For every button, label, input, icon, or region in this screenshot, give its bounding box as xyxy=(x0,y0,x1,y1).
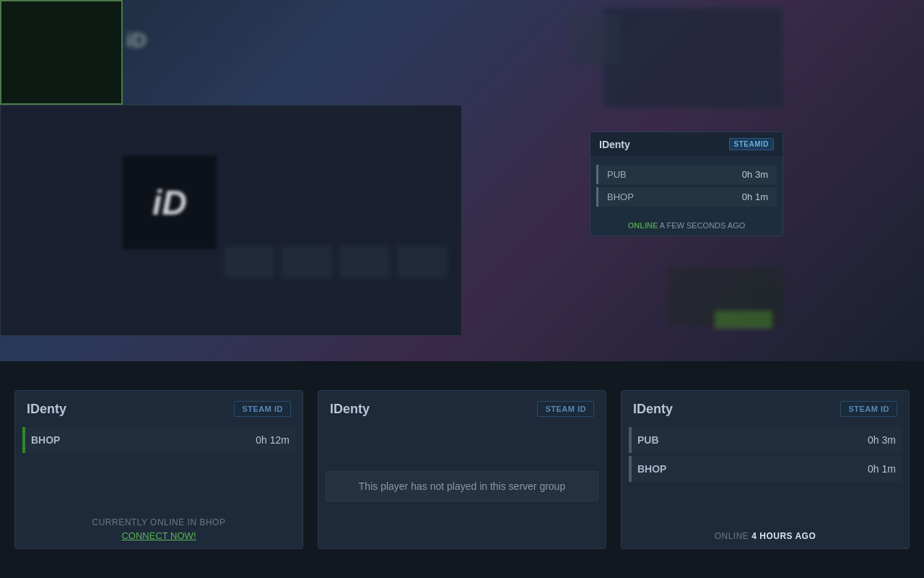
card-3-pub-value: 0h 3m xyxy=(868,434,896,446)
bottom-section: IDenty STEAM ID BHOP 0h 12m CURRENTLY ON… xyxy=(0,361,924,578)
card-empty: IDenty STEAM ID This player has not play… xyxy=(318,390,606,549)
card-3-stat-bhop: BHOP 0h 1m xyxy=(629,456,902,482)
card-2-steamid-button[interactable]: STEAM ID xyxy=(537,401,594,417)
popup-pub-label: PUB xyxy=(607,169,627,180)
popup-body: PUB 0h 3m BHOP 0h 1m xyxy=(590,156,783,215)
card-1-stat-bhop: BHOP 0h 12m xyxy=(22,427,295,453)
card-3-body: PUB 0h 3m BHOP 0h 1m xyxy=(622,424,909,524)
popup-bhop-label: BHOP xyxy=(607,191,634,202)
bg-green-button xyxy=(715,311,772,329)
card-2-empty-text: This player has not played in this serve… xyxy=(326,471,598,501)
card-1-body: BHOP 0h 12m xyxy=(15,424,302,510)
popup-title: IDenty xyxy=(599,139,630,150)
top-blurred-section: iD iD IDenty STEAMID PUB 0h 3m BHOP 0h 1… xyxy=(0,0,924,361)
card-pub-bhop: IDenty STEAM ID PUB 0h 3m BHOP 0h 1m ONL… xyxy=(621,390,910,549)
card-1-bhop-value: 0h 12m xyxy=(256,434,289,446)
card-3-bhop-value: 0h 1m xyxy=(868,463,896,475)
card-2-header: IDenty STEAM ID xyxy=(318,391,606,424)
card-1-connect-link[interactable]: CONNECT NOW! xyxy=(22,530,295,541)
bg-decoration-2 xyxy=(0,105,462,336)
card-3-steamid-button[interactable]: STEAM ID xyxy=(840,401,897,417)
bg-top-right-card xyxy=(603,7,783,108)
card-3-stat-pub: PUB 0h 3m xyxy=(629,427,902,453)
card-bhop-online: IDenty STEAM ID BHOP 0h 12m CURRENTLY ON… xyxy=(14,390,303,549)
card-1-footer: CURRENTLY ONLINE IN BHOP CONNECT NOW! xyxy=(15,510,302,548)
card-3-bhop-label: BHOP xyxy=(637,463,666,475)
card-3-footer: ONLINE 4 HOURS AGO xyxy=(622,524,909,548)
card-1-title: IDenty xyxy=(27,402,66,417)
card-3-time: 4 HOURS AGO xyxy=(751,531,816,541)
bg-decoration-1 xyxy=(0,0,123,105)
card-1-online-status: CURRENTLY ONLINE IN BHOP xyxy=(22,517,295,527)
card-1-bhop-label: BHOP xyxy=(31,434,60,446)
popup-status: ONLINE A FEW SECONDS AGO xyxy=(590,215,783,236)
bg-stats xyxy=(224,246,448,278)
popup-time-text: A FEW SECONDS AGO xyxy=(660,221,746,230)
identy-popup: IDenty STEAMID PUB 0h 3m BHOP 0h 1m ONLI… xyxy=(590,131,783,236)
card-1-header: IDenty STEAM ID xyxy=(15,391,302,424)
popup-stat-bhop: BHOP 0h 1m xyxy=(596,187,777,207)
card-3-online-prefix: ONLINE xyxy=(715,531,749,541)
card-2-title: IDenty xyxy=(330,402,370,417)
popup-header: IDenty STEAMID xyxy=(590,132,783,156)
popup-steamid-button[interactable]: STEAMID xyxy=(729,138,775,150)
popup-stat-pub: PUB 0h 3m xyxy=(596,165,777,184)
card-1-steamid-button[interactable]: STEAM ID xyxy=(234,401,291,417)
popup-pub-value: 0h 3m xyxy=(742,169,768,180)
card-3-title: IDenty xyxy=(633,402,673,417)
bg-decoration-text: iD xyxy=(126,29,147,52)
bg-top-avatar xyxy=(570,14,621,65)
popup-online-text: ONLINE xyxy=(628,221,658,230)
card-2-empty-state: This player has not played in this serve… xyxy=(326,430,598,543)
popup-bhop-value: 0h 1m xyxy=(742,191,768,202)
card-3-online-status: ONLINE 4 HOURS AGO xyxy=(629,531,902,541)
bg-avatar: iD xyxy=(123,155,217,249)
card-3-header: IDenty STEAM ID xyxy=(622,391,909,424)
card-3-pub-label: PUB xyxy=(637,434,659,446)
